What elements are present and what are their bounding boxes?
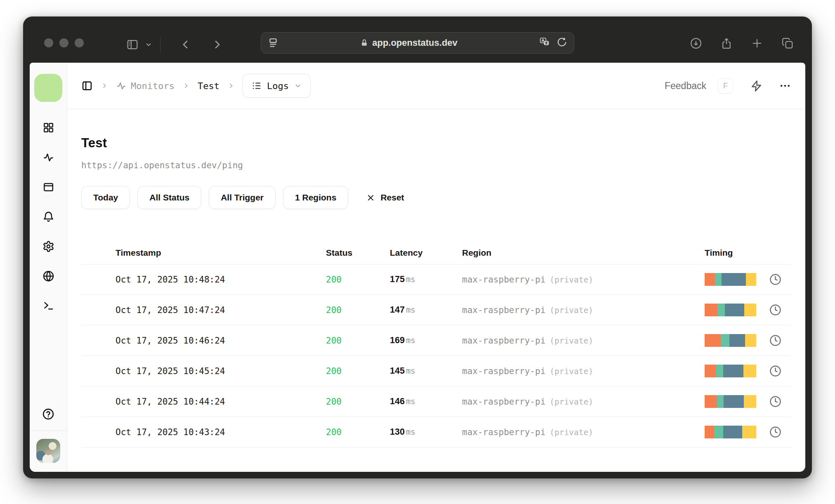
latency-unit: ms — [406, 275, 415, 284]
sidebar-item-dashboard-grid-icon[interactable] — [42, 122, 54, 134]
workspace-logo[interactable] — [34, 74, 62, 102]
sidebar-item-notifications-bell-icon[interactable] — [42, 211, 54, 223]
header-actions: Feedback F — [665, 78, 791, 94]
timing-segment — [744, 395, 756, 408]
reader-view-icon[interactable] — [268, 38, 278, 48]
timing-segment — [743, 365, 756, 377]
timing-phase-bar[interactable] — [705, 426, 756, 438]
sidebar-item-settings-gear-icon[interactable] — [42, 240, 54, 252]
reload-icon[interactable] — [557, 37, 567, 49]
table-row[interactable]: Oct 17, 2025 10:45:24 200 145 ms max-ras… — [81, 356, 791, 386]
table-row[interactable]: Oct 17, 2025 10:46:24 200 169 ms max-ras… — [81, 325, 791, 356]
timing-segment — [705, 334, 721, 347]
cell-timing — [705, 395, 791, 408]
timing-phase-bar[interactable] — [705, 334, 756, 347]
clock-icon[interactable] — [769, 426, 782, 438]
timing-segment — [725, 304, 745, 316]
share-icon[interactable] — [720, 37, 733, 49]
latency-value: 175 — [390, 274, 405, 285]
clock-icon[interactable] — [769, 273, 782, 286]
region-name: max-raspberry-pi — [462, 366, 545, 376]
timing-phase-bar[interactable] — [705, 273, 756, 286]
translate-icon[interactable] — [539, 37, 550, 49]
sidebar-bottom-group — [30, 408, 67, 472]
minimize-window-button[interactable] — [59, 38, 68, 47]
view-selector-logs-button[interactable]: Logs — [243, 74, 311, 98]
cell-status-code: 200 — [326, 397, 390, 407]
cell-timing — [705, 273, 791, 286]
browser-sidebar-toggle-icon[interactable] — [126, 38, 139, 51]
timing-segment — [716, 365, 724, 377]
clock-icon[interactable] — [769, 395, 782, 408]
downloads-icon[interactable] — [690, 37, 702, 49]
filter-trigger-button[interactable]: All Trigger — [209, 186, 276, 209]
reset-filters-button[interactable]: Reset — [366, 193, 404, 203]
app-sidebar-toggle-icon[interactable] — [81, 80, 93, 92]
timing-segment — [705, 304, 717, 316]
cell-region: max-raspberry-pi (private) — [462, 427, 705, 437]
column-header-latency: Latency — [390, 248, 462, 258]
timing-phase-bar[interactable] — [705, 395, 756, 408]
cell-region: max-raspberry-pi (private) — [462, 275, 705, 285]
sidebar-item-regions-globe-icon[interactable] — [42, 270, 54, 282]
region-name: max-raspberry-pi — [462, 397, 545, 407]
timing-segment — [744, 304, 756, 316]
timing-segment — [705, 395, 717, 408]
help-icon[interactable] — [42, 408, 54, 420]
quick-actions-zap-icon[interactable] — [750, 80, 762, 92]
breadcrumb-monitor-name[interactable]: Test — [198, 81, 219, 91]
latency-unit: ms — [406, 366, 415, 375]
latency-value: 146 — [390, 396, 405, 407]
monitor-endpoint-url: https://api.openstatus.dev/ping — [81, 160, 791, 170]
cell-timestamp: Oct 17, 2025 10:48:24 — [106, 275, 326, 285]
main-panel: Test https://api.openstatus.dev/ping Tod… — [67, 109, 805, 472]
forward-button-icon[interactable] — [211, 38, 223, 51]
tab-overview-icon[interactable] — [781, 37, 794, 49]
sidebar-chevron-down-icon[interactable] — [144, 40, 153, 49]
clock-icon[interactable] — [769, 304, 782, 316]
sidebar-item-status-pages-icon[interactable] — [42, 181, 54, 193]
table-row[interactable]: Oct 17, 2025 10:43:24 200 130 ms max-ras… — [81, 417, 791, 447]
timing-segment — [705, 365, 716, 377]
address-bar[interactable]: app.openstatus.dev — [261, 32, 574, 54]
table-row[interactable]: Oct 17, 2025 10:44:24 200 146 ms max-ras… — [81, 386, 791, 417]
cell-latency: 145 ms — [390, 366, 462, 376]
latency-unit: ms — [406, 336, 415, 345]
latency-value: 130 — [390, 427, 405, 437]
monitors-activity-icon — [116, 80, 127, 91]
cell-latency: 175 ms — [390, 274, 462, 285]
more-options-ellipsis-icon[interactable] — [779, 80, 791, 92]
filter-regions-button[interactable]: 1 Regions — [283, 186, 348, 209]
clock-icon[interactable] — [769, 334, 782, 347]
region-name: max-raspberry-pi — [462, 305, 545, 315]
table-row[interactable]: Oct 17, 2025 10:47:24 200 147 ms max-ras… — [81, 295, 791, 325]
timing-segment — [717, 395, 724, 408]
region-private-note: (private) — [550, 428, 593, 437]
browser-window: app.openstatus.dev — [23, 16, 812, 478]
filter-status-button[interactable]: All Status — [137, 186, 201, 209]
user-avatar[interactable] — [36, 439, 60, 463]
back-button-icon[interactable] — [179, 38, 192, 51]
sidebar-item-monitors-activity-icon[interactable] — [42, 151, 54, 163]
timing-phase-bar[interactable] — [705, 304, 756, 316]
sidebar-item-cli-terminal-icon[interactable] — [42, 300, 54, 312]
breadcrumb-monitors-link[interactable]: Monitors — [116, 80, 175, 91]
breadcrumb-chevron-icon — [182, 82, 190, 90]
view-selector-label: Logs — [267, 81, 289, 91]
close-window-button[interactable] — [44, 38, 53, 47]
timing-segment — [723, 426, 742, 438]
region-private-note: (private) — [550, 397, 593, 407]
new-tab-icon[interactable] — [751, 37, 763, 49]
timing-segment — [746, 273, 756, 286]
reset-label: Reset — [380, 193, 404, 203]
clock-icon[interactable] — [769, 365, 782, 377]
filter-date-button[interactable]: Today — [81, 186, 130, 209]
address-url-text[interactable]: app.openstatus.dev — [372, 38, 458, 48]
zoom-window-button[interactable] — [75, 38, 84, 47]
feedback-button[interactable]: Feedback — [665, 80, 706, 92]
breadcrumb: Monitors Test Logs — [81, 74, 311, 98]
cell-status-code: 200 — [326, 305, 390, 315]
timing-phase-bar[interactable] — [705, 365, 756, 377]
toolbar-right-group — [690, 37, 794, 49]
table-row[interactable]: Oct 17, 2025 10:48:24 200 175 ms max-ras… — [81, 264, 791, 295]
